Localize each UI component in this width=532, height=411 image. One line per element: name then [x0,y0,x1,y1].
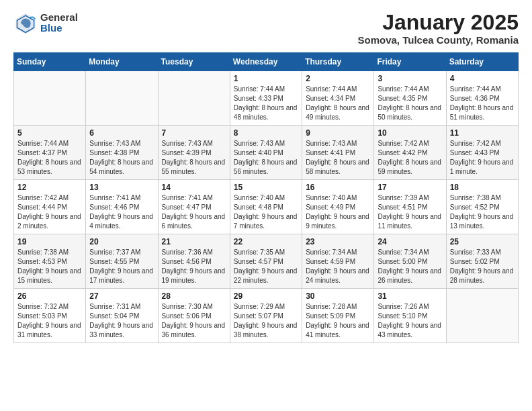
day-info: Sunrise: 7:29 AMSunset: 5:07 PMDaylight:… [234,302,298,340]
day-cell: 24Sunrise: 7:34 AMSunset: 5:00 PMDayligh… [374,234,446,289]
day-number: 20 [89,237,154,246]
day-info: Sunrise: 7:28 AMSunset: 5:09 PMDaylight:… [306,302,370,340]
week-row-3: 12Sunrise: 7:42 AMSunset: 4:44 PMDayligh… [14,180,519,234]
day-number: 22 [234,237,298,246]
day-number: 29 [234,291,298,301]
day-info: Sunrise: 7:44 AMSunset: 4:37 PMDaylight:… [17,139,82,177]
day-number: 21 [162,237,226,246]
day-number: 13 [89,183,154,192]
day-number: 27 [89,291,154,301]
day-cell: 13Sunrise: 7:41 AMSunset: 4:46 PMDayligh… [86,180,158,234]
day-cell: 26Sunrise: 7:32 AMSunset: 5:03 PMDayligh… [14,289,86,343]
day-info: Sunrise: 7:41 AMSunset: 4:46 PMDaylight:… [89,193,154,231]
day-number: 1 [234,74,298,83]
day-info: Sunrise: 7:41 AMSunset: 4:47 PMDaylight:… [162,193,226,231]
day-number: 11 [450,128,515,138]
day-cell: 27Sunrise: 7:31 AMSunset: 5:04 PMDayligh… [86,289,158,343]
logo-general: General [40,12,78,24]
day-cell: 4Sunrise: 7:44 AMSunset: 4:36 PMDaylight… [446,71,518,126]
day-number: 30 [306,291,370,301]
logo-icon [13,11,38,35]
day-number: 3 [378,74,442,83]
day-number: 19 [17,237,82,246]
day-number: 10 [378,128,442,138]
header: General Blue January 2025 Somova, Tulcea… [13,11,519,46]
day-number: 7 [162,128,226,138]
day-cell: 25Sunrise: 7:33 AMSunset: 5:02 PMDayligh… [446,234,518,289]
day-cell: 21Sunrise: 7:36 AMSunset: 4:56 PMDayligh… [158,234,230,289]
day-header-friday: Friday [374,53,446,71]
day-header-thursday: Thursday [302,53,374,71]
day-number: 2 [306,74,370,83]
day-cell: 17Sunrise: 7:39 AMSunset: 4:51 PMDayligh… [374,180,446,234]
day-info: Sunrise: 7:42 AMSunset: 4:43 PMDaylight:… [450,139,515,177]
calendar-table: SundayMondayTuesdayWednesdayThursdayFrid… [13,52,519,343]
day-info: Sunrise: 7:42 AMSunset: 4:44 PMDaylight:… [17,193,82,231]
day-info: Sunrise: 7:43 AMSunset: 4:38 PMDaylight:… [89,139,154,177]
day-cell: 23Sunrise: 7:34 AMSunset: 4:59 PMDayligh… [302,234,374,289]
day-info: Sunrise: 7:35 AMSunset: 4:57 PMDaylight:… [234,248,298,285]
day-info: Sunrise: 7:43 AMSunset: 4:40 PMDaylight:… [234,139,298,177]
day-info: Sunrise: 7:39 AMSunset: 4:51 PMDaylight:… [378,193,442,231]
day-cell: 3Sunrise: 7:44 AMSunset: 4:35 PMDaylight… [374,71,446,126]
day-info: Sunrise: 7:43 AMSunset: 4:39 PMDaylight:… [162,139,226,177]
day-number: 17 [378,183,442,192]
day-cell: 16Sunrise: 7:40 AMSunset: 4:49 PMDayligh… [302,180,374,234]
day-cell [158,71,230,126]
day-info: Sunrise: 7:34 AMSunset: 4:59 PMDaylight:… [306,248,370,285]
calendar-page: General Blue January 2025 Somova, Tulcea… [0,0,532,350]
month-title: January 2025 [358,11,519,34]
day-cell: 18Sunrise: 7:38 AMSunset: 4:52 PMDayligh… [446,180,518,234]
day-cell [446,289,518,343]
day-info: Sunrise: 7:31 AMSunset: 5:04 PMDaylight:… [89,302,154,340]
day-header-sunday: Sunday [14,53,86,71]
day-cell: 19Sunrise: 7:38 AMSunset: 4:53 PMDayligh… [14,234,86,289]
day-number: 23 [306,237,370,246]
day-info: Sunrise: 7:32 AMSunset: 5:03 PMDaylight:… [17,302,82,340]
day-cell: 2Sunrise: 7:44 AMSunset: 4:34 PMDaylight… [302,71,374,126]
day-cell: 31Sunrise: 7:26 AMSunset: 5:10 PMDayligh… [374,289,446,343]
day-info: Sunrise: 7:44 AMSunset: 4:34 PMDaylight:… [306,85,370,122]
day-cell: 1Sunrise: 7:44 AMSunset: 4:33 PMDaylight… [230,71,302,126]
day-cell: 29Sunrise: 7:29 AMSunset: 5:07 PMDayligh… [230,289,302,343]
day-number: 12 [17,183,82,192]
title-block: January 2025 Somova, Tulcea County, Roma… [358,11,519,46]
day-info: Sunrise: 7:40 AMSunset: 4:48 PMDaylight:… [234,193,298,231]
days-header-row: SundayMondayTuesdayWednesdayThursdayFrid… [14,53,519,71]
day-cell: 20Sunrise: 7:37 AMSunset: 4:55 PMDayligh… [86,234,158,289]
day-number: 24 [378,237,442,246]
day-number: 18 [450,183,515,192]
week-row-5: 26Sunrise: 7:32 AMSunset: 5:03 PMDayligh… [14,289,519,343]
day-info: Sunrise: 7:38 AMSunset: 4:53 PMDaylight:… [17,248,82,285]
day-number: 16 [306,183,370,192]
week-row-1: 1Sunrise: 7:44 AMSunset: 4:33 PMDaylight… [14,71,519,126]
day-cell [86,71,158,126]
day-info: Sunrise: 7:36 AMSunset: 4:56 PMDaylight:… [162,248,226,285]
day-header-wednesday: Wednesday [230,53,302,71]
logo: General Blue [13,11,78,35]
day-info: Sunrise: 7:44 AMSunset: 4:33 PMDaylight:… [234,85,298,122]
day-number: 25 [450,237,515,246]
day-info: Sunrise: 7:43 AMSunset: 4:41 PMDaylight:… [306,139,370,177]
day-header-monday: Monday [86,53,158,71]
logo-text: General Blue [40,12,78,34]
day-number: 31 [378,291,442,301]
day-info: Sunrise: 7:38 AMSunset: 4:52 PMDaylight:… [450,193,515,231]
day-cell: 30Sunrise: 7:28 AMSunset: 5:09 PMDayligh… [302,289,374,343]
day-number: 14 [162,183,226,192]
day-header-saturday: Saturday [446,53,518,71]
day-info: Sunrise: 7:26 AMSunset: 5:10 PMDaylight:… [378,302,442,340]
day-number: 28 [162,291,226,301]
day-header-tuesday: Tuesday [158,53,230,71]
day-number: 9 [306,128,370,138]
location-title: Somova, Tulcea County, Romania [358,34,519,46]
day-cell: 7Sunrise: 7:43 AMSunset: 4:39 PMDaylight… [158,126,230,180]
day-cell: 14Sunrise: 7:41 AMSunset: 4:47 PMDayligh… [158,180,230,234]
logo-blue: Blue [40,23,78,34]
day-cell: 8Sunrise: 7:43 AMSunset: 4:40 PMDaylight… [230,126,302,180]
week-row-2: 5Sunrise: 7:44 AMSunset: 4:37 PMDaylight… [14,126,519,180]
day-info: Sunrise: 7:30 AMSunset: 5:06 PMDaylight:… [162,302,226,340]
day-number: 5 [17,128,82,138]
day-number: 8 [234,128,298,138]
day-cell: 28Sunrise: 7:30 AMSunset: 5:06 PMDayligh… [158,289,230,343]
